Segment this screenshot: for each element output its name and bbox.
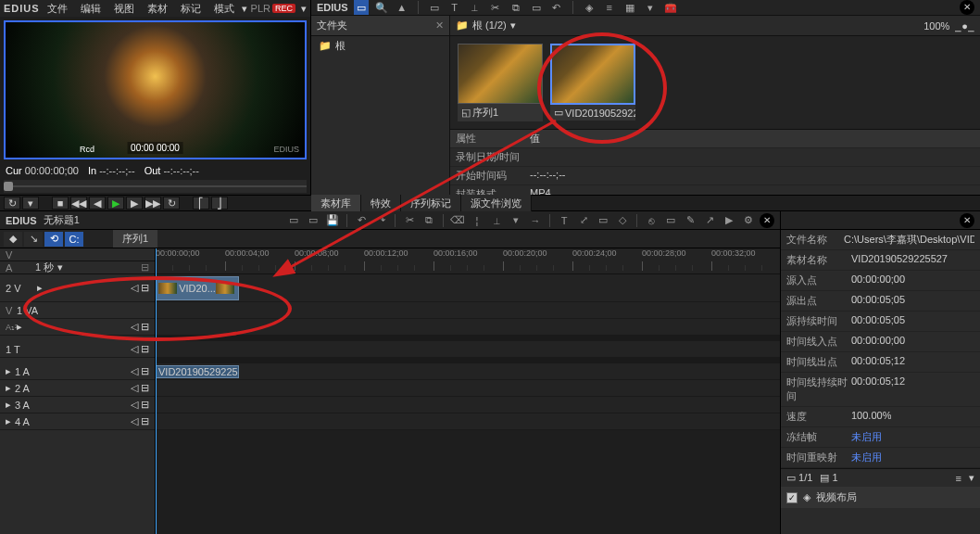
chevron-right-icon[interactable]: ▸ bbox=[17, 321, 22, 333]
scrub-knob[interactable] bbox=[4, 182, 13, 191]
chevron-down-icon[interactable]: ▾ bbox=[22, 197, 39, 210]
copy-icon[interactable]: ⧉ bbox=[509, 0, 523, 15]
menu-clip[interactable]: 素材 bbox=[142, 2, 173, 16]
track-head-4a[interactable]: ▸4 A◁⊟ bbox=[0, 413, 155, 430]
track-1a[interactable]: VID20190529225... bbox=[156, 363, 780, 380]
checkbox[interactable]: ✓ bbox=[786, 492, 798, 503]
tab-source[interactable]: 源文件浏览 bbox=[461, 195, 532, 212]
bin-item-clip[interactable]: ▭VID2019052922...• bbox=[550, 44, 635, 121]
delete-icon[interactable]: ⌫ bbox=[449, 212, 466, 229]
chevron-down-icon[interactable]: ▾ bbox=[57, 261, 63, 273]
mark-in-button[interactable]: ⎡ bbox=[193, 197, 209, 210]
search-icon[interactable]: 🔍 bbox=[374, 0, 389, 15]
ripple-icon[interactable]: ¦ bbox=[469, 212, 485, 229]
copy-icon[interactable]: ⧉ bbox=[421, 212, 437, 229]
lock-icon[interactable]: ⊟ bbox=[141, 415, 149, 427]
chevron-right-icon[interactable]: ▸ bbox=[6, 365, 11, 377]
grid-icon[interactable]: ▦ bbox=[622, 0, 637, 15]
track-head-1a[interactable]: ▸1 A◁⊟ bbox=[0, 363, 155, 380]
up-icon[interactable]: ▲ bbox=[395, 0, 409, 15]
track-head-1t[interactable]: 1 T◁⊟ bbox=[0, 341, 155, 358]
mode-btn-2[interactable]: ↘ bbox=[24, 232, 43, 247]
resize-icon[interactable]: ⤢ bbox=[575, 212, 592, 229]
track-head-3a[interactable]: ▸3 A◁⊟ bbox=[0, 397, 155, 413]
mode-btn-4[interactable]: C: bbox=[65, 232, 83, 247]
lock-icon[interactable]: ⊟ bbox=[141, 282, 149, 294]
stop-button[interactable]: ■ bbox=[52, 197, 69, 210]
close-icon[interactable]: ✕ bbox=[960, 213, 974, 228]
track-a12[interactable] bbox=[156, 319, 780, 336]
redo-icon[interactable]: ↷ bbox=[372, 212, 389, 229]
chevron-down-icon[interactable]: ▾ bbox=[242, 3, 247, 15]
text-icon[interactable]: T bbox=[447, 0, 462, 15]
video-layout-row[interactable]: ✓ ◈ 视频布局 bbox=[781, 487, 980, 508]
folder-view-icon[interactable]: ▭ bbox=[354, 0, 369, 15]
track-2v[interactable]: VID20... bbox=[156, 274, 780, 302]
menu-file[interactable]: 文件 bbox=[42, 2, 73, 16]
mark-out-button[interactable]: ⎦ bbox=[211, 197, 228, 210]
audio-clip[interactable]: VID20190529225... bbox=[156, 365, 239, 378]
brush-icon[interactable]: ✎ bbox=[682, 212, 698, 229]
chevron-down-icon[interactable]: ▾ bbox=[643, 0, 658, 15]
chevron-right-icon[interactable]: ▸ bbox=[6, 382, 11, 394]
lock-icon[interactable]: ⊟ bbox=[141, 343, 149, 355]
preview-scrubber[interactable] bbox=[4, 180, 307, 193]
marker-icon[interactable]: ◇ bbox=[614, 212, 631, 229]
tab-effects[interactable]: 特效 bbox=[361, 195, 401, 212]
close-icon[interactable]: ✕ bbox=[435, 19, 444, 32]
undo-icon[interactable]: ↶ bbox=[353, 212, 370, 229]
tab-bin[interactable]: 素材库 bbox=[311, 195, 361, 212]
step-fwd-button[interactable]: ▶ bbox=[126, 197, 143, 210]
track-1t[interactable] bbox=[156, 341, 780, 358]
chevron-down-icon[interactable]: ▾ bbox=[969, 472, 974, 484]
track-head-2v[interactable]: 2 V▸◁⊟ bbox=[0, 274, 155, 302]
lock-icon[interactable]: ⊟ bbox=[141, 382, 149, 394]
chevron-down-icon[interactable]: ▾ bbox=[508, 212, 524, 229]
crop-icon[interactable]: ⟂ bbox=[468, 0, 483, 15]
lock-icon[interactable]: ⊟ bbox=[141, 399, 149, 411]
arrow-icon[interactable]: → bbox=[527, 212, 544, 229]
loop-button[interactable]: ↻ bbox=[163, 197, 180, 210]
mute-icon[interactable]: ◁ bbox=[131, 282, 138, 294]
ffwd-button[interactable]: ▶▶ bbox=[144, 197, 161, 210]
undo-icon[interactable]: ↶ bbox=[549, 0, 564, 15]
paste-icon[interactable]: ▭ bbox=[529, 0, 544, 15]
render-icon[interactable]: ▶ bbox=[721, 212, 737, 229]
rewind-button[interactable]: ◀◀ bbox=[70, 197, 87, 210]
loop-button[interactable]: ↻ bbox=[4, 197, 20, 210]
lock-icon[interactable]: ⊟ bbox=[141, 365, 149, 377]
text-tool-icon[interactable]: T bbox=[556, 212, 572, 229]
chevron-right-icon[interactable]: ▸ bbox=[37, 282, 43, 294]
chevron-right-icon[interactable]: ▸ bbox=[6, 415, 11, 427]
open-icon[interactable]: ▭ bbox=[305, 212, 321, 229]
settings-icon[interactable]: ⚙ bbox=[740, 212, 757, 229]
zoom-slider-icon[interactable]: ⎯●⎯ bbox=[955, 20, 974, 32]
layout-icon[interactable]: ▭ bbox=[595, 212, 611, 229]
scale-label[interactable]: 1 秒 bbox=[35, 261, 54, 274]
step-back-button[interactable]: ◀ bbox=[89, 197, 106, 210]
menu-mode[interactable]: 模式 bbox=[208, 2, 240, 16]
plr-label[interactable]: PLR bbox=[251, 3, 270, 14]
chevron-down-icon[interactable]: ▾ bbox=[301, 3, 307, 15]
tools-icon[interactable]: 🧰 bbox=[663, 0, 678, 15]
chevron-down-icon[interactable]: ▾ bbox=[510, 19, 516, 32]
close-icon[interactable]: ✕ bbox=[760, 213, 774, 228]
track-head-2a[interactable]: ▸2 A◁⊟ bbox=[0, 380, 155, 397]
menu-mark[interactable]: 标记 bbox=[175, 2, 207, 16]
split-icon[interactable]: ⎋ bbox=[643, 212, 660, 229]
list-icon[interactable]: ≡ bbox=[956, 473, 961, 484]
preview-monitor[interactable]: Rcd 00:00 00:00 EDIUS bbox=[4, 20, 307, 159]
lock-icon[interactable]: ⊟ bbox=[141, 261, 149, 273]
sequence-tab[interactable]: 序列1 bbox=[113, 230, 157, 248]
mute-icon[interactable]: ◁ bbox=[131, 382, 138, 394]
props-icon[interactable]: ◈ bbox=[582, 0, 597, 15]
cut-icon[interactable]: ✂ bbox=[488, 0, 503, 15]
save-icon[interactable]: 💾 bbox=[324, 212, 341, 229]
chevron-right-icon[interactable]: ▸ bbox=[6, 399, 11, 411]
new-icon[interactable]: ▭ bbox=[285, 212, 302, 229]
tab-markers[interactable]: 序列标记 bbox=[401, 195, 461, 212]
mute-icon[interactable]: ◁ bbox=[131, 399, 138, 411]
track-head-a12[interactable]: A₁²▸◁⊟ bbox=[0, 319, 155, 336]
timeline-ruler[interactable]: 00:00:00;0000:00:04;0000:00:08;0000:00:1… bbox=[156, 248, 780, 274]
trim-icon[interactable]: ⟂ bbox=[488, 212, 505, 229]
